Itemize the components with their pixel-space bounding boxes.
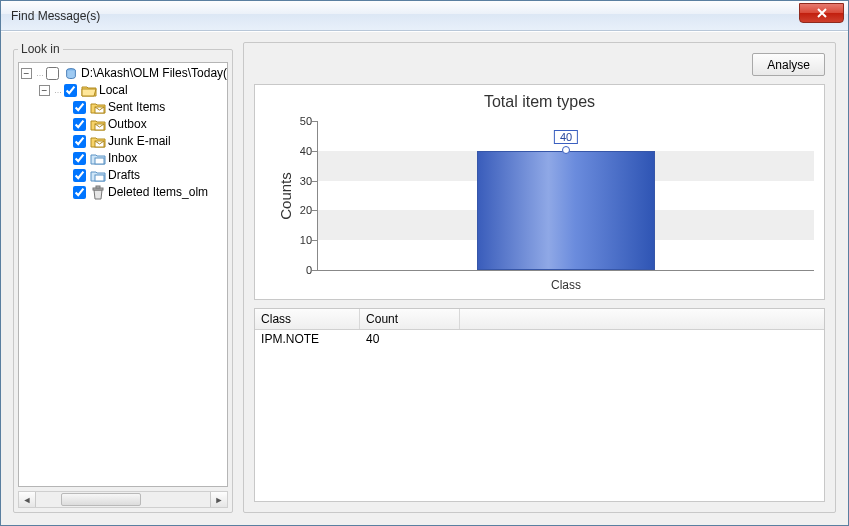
tree-item[interactable]: Deleted Items_olm bbox=[21, 184, 227, 201]
tree-item-checkbox[interactable] bbox=[73, 169, 86, 182]
titlebar: Find Message(s) bbox=[1, 1, 848, 31]
chart-plot-area: Counts Class 0102030405040 bbox=[317, 121, 814, 271]
mail-folder-icon bbox=[90, 134, 106, 150]
close-button[interactable] bbox=[799, 3, 844, 23]
scroll-thumb[interactable] bbox=[61, 493, 141, 506]
chart-card: Total item types Counts Class 0102030405… bbox=[254, 84, 825, 300]
chart-data-label: 40 bbox=[554, 130, 578, 144]
tree-item[interactable]: Drafts bbox=[21, 167, 227, 184]
tree-horizontal-scrollbar[interactable]: ◄ ► bbox=[18, 491, 228, 508]
chart-data-label-pin-icon bbox=[562, 146, 570, 154]
chart-y-tick-label: 10 bbox=[290, 234, 312, 246]
tree-root-checkbox[interactable] bbox=[46, 67, 59, 80]
chart-y-tick bbox=[312, 181, 318, 182]
scroll-track[interactable] bbox=[36, 492, 210, 507]
collapse-icon[interactable]: − bbox=[39, 85, 50, 96]
folder-open-icon bbox=[81, 83, 97, 99]
tree-item-checkbox[interactable] bbox=[73, 101, 86, 114]
chart-y-tick bbox=[312, 121, 318, 122]
folder-tree[interactable]: − … D:\Akash\OLM Files\Today( − … bbox=[18, 62, 228, 487]
chart-title: Total item types bbox=[263, 93, 816, 111]
analyse-button[interactable]: Analyse bbox=[752, 53, 825, 76]
lookin-panel: Look in − … D:\Akash\OLM Files\Today( bbox=[13, 42, 233, 513]
tree-item-label: Drafts bbox=[108, 167, 140, 184]
scroll-left-arrow-icon[interactable]: ◄ bbox=[19, 492, 36, 507]
tree-item[interactable]: Inbox bbox=[21, 150, 227, 167]
svg-rect-4 bbox=[95, 158, 104, 164]
table-header-count[interactable]: Count bbox=[360, 309, 460, 329]
table-cell-count: 40 bbox=[360, 332, 460, 346]
tree-item[interactable]: Sent Items bbox=[21, 99, 227, 116]
svg-rect-5 bbox=[95, 175, 104, 181]
mail-folder-icon bbox=[90, 117, 106, 133]
toolbar: Analyse bbox=[254, 53, 825, 76]
chart-y-tick-label: 0 bbox=[290, 264, 312, 276]
chart-bar: 40 bbox=[477, 151, 656, 270]
scroll-right-arrow-icon[interactable]: ► bbox=[210, 492, 227, 507]
tree-item-checkbox[interactable] bbox=[73, 186, 86, 199]
tree-item-label: Sent Items bbox=[108, 99, 165, 116]
tree-item[interactable]: Junk E-mail bbox=[21, 133, 227, 150]
tree-root-label: D:\Akash\OLM Files\Today( bbox=[81, 65, 227, 82]
table-header-spacer bbox=[460, 309, 824, 329]
lookin-legend: Look in bbox=[18, 42, 63, 56]
mail-folder-icon bbox=[90, 100, 106, 116]
table-header-class[interactable]: Class bbox=[255, 309, 360, 329]
close-icon bbox=[816, 8, 828, 18]
results-table: Class Count IPM.NOTE40 bbox=[254, 308, 825, 502]
tree-connector-icon: … bbox=[54, 82, 61, 99]
chart-x-axis-label: Class bbox=[318, 278, 814, 292]
table-row[interactable]: IPM.NOTE40 bbox=[255, 330, 824, 348]
collapse-icon[interactable]: − bbox=[21, 68, 32, 79]
inbox-folder-icon bbox=[90, 168, 106, 184]
tree-local-label: Local bbox=[99, 82, 128, 99]
tree-local-checkbox[interactable] bbox=[64, 84, 77, 97]
tree-item-checkbox[interactable] bbox=[73, 152, 86, 165]
tree-connector-icon: … bbox=[36, 65, 43, 82]
trash-folder-icon bbox=[90, 185, 106, 201]
tree-item-checkbox[interactable] bbox=[73, 118, 86, 131]
svg-rect-7 bbox=[96, 186, 100, 188]
chart-y-tick bbox=[312, 240, 318, 241]
tree-item-checkbox[interactable] bbox=[73, 135, 86, 148]
tree-item-label: Outbox bbox=[108, 116, 147, 133]
chart-y-tick-label: 50 bbox=[290, 115, 312, 127]
tree-item-label: Inbox bbox=[108, 150, 137, 167]
window-title: Find Message(s) bbox=[11, 9, 100, 23]
chart-y-tick-label: 30 bbox=[290, 175, 312, 187]
tree-local-row[interactable]: − … Local bbox=[21, 82, 227, 99]
inbox-folder-icon bbox=[90, 151, 106, 167]
database-icon bbox=[63, 66, 79, 82]
main-panel: Analyse Total item types Counts Class 01… bbox=[243, 42, 836, 513]
tree-item-label: Junk E-mail bbox=[108, 133, 171, 150]
chart-y-tick bbox=[312, 270, 318, 271]
tree-item-label: Deleted Items_olm bbox=[108, 184, 208, 201]
chart-y-tick-label: 20 bbox=[290, 204, 312, 216]
tree-item[interactable]: Outbox bbox=[21, 116, 227, 133]
chart-y-tick bbox=[312, 210, 318, 211]
chart-y-tick-label: 40 bbox=[290, 145, 312, 157]
chart-y-tick bbox=[312, 151, 318, 152]
table-header: Class Count bbox=[255, 309, 824, 330]
tree-root-row[interactable]: − … D:\Akash\OLM Files\Today( bbox=[21, 65, 227, 82]
table-cell-class: IPM.NOTE bbox=[255, 332, 360, 346]
